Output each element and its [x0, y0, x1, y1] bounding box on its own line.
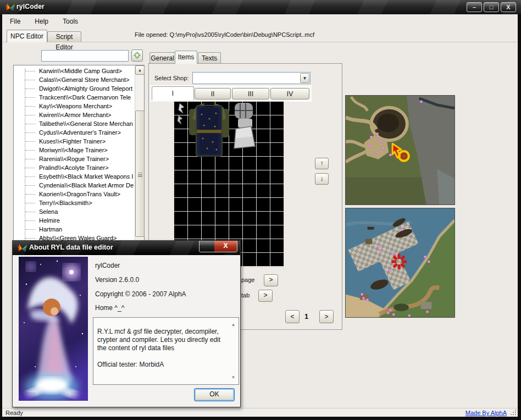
shop-tab-1[interactable]: I: [152, 86, 194, 100]
menu-item[interactable]: File: [8, 16, 23, 26]
about-titlebar-decoration: [199, 241, 214, 252]
ok-button[interactable]: OK: [194, 388, 235, 401]
made-by-link[interactable]: Made By AlphA: [465, 410, 507, 416]
about-close-group: X: [199, 241, 237, 252]
scroll-up-button[interactable]: ▲: [135, 65, 145, 75]
about-dialog: About RYL data file editor X: [12, 240, 241, 407]
tab-action-label-fragment: tab: [241, 292, 250, 299]
npc-search-input[interactable]: [41, 50, 129, 62]
statusbar: Ready Made By AlphA: [2, 408, 518, 417]
shop-tab-2[interactable]: II: [195, 88, 231, 100]
combo-dropdown-icon[interactable]: ▼: [300, 73, 309, 83]
about-close-button[interactable]: X: [214, 241, 237, 252]
about-dialog-title: About RYL data file editor: [29, 244, 113, 251]
status-text: Ready: [5, 410, 23, 416]
desc-scroll-up-icon[interactable]: ▲: [230, 320, 236, 329]
npc-tree-item[interactable]: Pralind\\<Acolyte Trainer>: [14, 163, 135, 172]
minimize-button[interactable]: –: [467, 2, 482, 12]
app-window: rylCoder – □ X FileHelpTools NPC Editor …: [0, 0, 521, 420]
npc-tree-item[interactable]: Trackcent\\<Dark Caernarvon Tele: [14, 93, 135, 102]
npc-tree-item[interactable]: Kwiren\\<Armor Merchant>: [14, 110, 135, 119]
tab-texts[interactable]: Texts: [198, 52, 221, 64]
next-page-button[interactable]: >: [319, 310, 334, 323]
page-action-button[interactable]: >: [264, 274, 278, 286]
menu-item[interactable]: Tools: [60, 16, 80, 26]
npc-tree-item[interactable]: Cyndenia\\<Black Market Armor De: [14, 181, 135, 190]
maximize-button[interactable]: □: [484, 2, 499, 12]
move-down-button[interactable]: ↓: [315, 173, 329, 185]
npc-tree-item[interactable]: Terry\\<Blacksmith>: [14, 198, 135, 207]
npc-tree-item[interactable]: Calas\\<General Store Merchant>: [14, 75, 135, 84]
item-gauntlet-image[interactable]: [231, 102, 259, 150]
menubar: FileHelpTools: [8, 16, 80, 26]
item-armor-image[interactable]: [187, 102, 231, 157]
tab-items[interactable]: Items: [175, 51, 197, 64]
window-title: rylCoder: [16, 3, 45, 10]
npc-tree-item[interactable]: Moriwyn\\<Mage Trainer>: [14, 146, 135, 154]
app-logo-icon: [5, 3, 15, 12]
prev-page-button[interactable]: <: [285, 310, 300, 323]
about-home-link[interactable]: Home ^_^: [95, 304, 124, 312]
tab-script-editor[interactable]: Script Editor: [47, 31, 81, 42]
map-harbor-image[interactable]: [345, 208, 455, 318]
resize-grip-icon[interactable]: [511, 410, 516, 415]
close-button[interactable]: X: [501, 2, 516, 12]
npc-tree-item[interactable]: Dwigot\\<Almighty Ground Teleport: [14, 84, 135, 93]
scrollbar-thumb[interactable]: [135, 110, 145, 237]
npc-tree-item[interactable]: Rarenia\\<Rogue Trainer>: [14, 154, 135, 163]
tab-npc-editor[interactable]: NPC Editor: [7, 30, 47, 42]
npc-tree-item[interactable]: Esybeth\\<Black Market Weapons I: [14, 172, 135, 181]
tab-divider: [3, 42, 517, 42]
npc-tree-list: Karwin\\<Middle Camp Guard>Calas\\<Gener…: [14, 67, 135, 242]
npc-tree-item[interactable]: Kay\\<Weapons Merchant>: [14, 102, 135, 110]
item-charm-image[interactable]: [174, 102, 187, 129]
about-app-name: rylCoder: [95, 262, 120, 269]
map-overview-image[interactable]: [345, 95, 455, 205]
locate-npc-button[interactable]: [131, 49, 143, 62]
file-opened-label: File opened: Q:\myProj\vs2005\rylCoder\b…: [135, 31, 314, 38]
about-copyright: Copyright © 2006 - 2007 AlphA: [95, 290, 186, 298]
menu-item[interactable]: Help: [32, 16, 51, 26]
shop-tab-4[interactable]: IV: [270, 88, 309, 100]
desc-scroll-down-icon[interactable]: ▼: [230, 373, 236, 382]
npc-tree-item[interactable]: Cydus\\<Adventurer's Trainer>: [14, 128, 135, 137]
tab-general[interactable]: General: [149, 52, 175, 64]
about-artwork-image: [19, 257, 88, 401]
npc-tree-item[interactable]: Karwin\\<Middle Camp Guard>: [14, 67, 135, 75]
about-description-text: R.Y.L mcf & gsf file decrypter, decompil…: [97, 328, 220, 368]
select-shop-label: Select Shop:: [154, 75, 189, 81]
npc-tree-item[interactable]: Helmire: [14, 216, 135, 225]
about-description-box[interactable]: R.Y.L mcf & gsf file decrypter, decompil…: [93, 317, 239, 385]
npc-tree-item[interactable]: Hartman: [14, 225, 135, 234]
npc-tree-item[interactable]: Kuses\\<Fighter Trainer>: [14, 137, 135, 146]
app-logo-icon: [17, 244, 27, 253]
titlebar: [0, 0, 521, 14]
tab-action-button[interactable]: >: [258, 290, 273, 302]
shop-tab-3[interactable]: III: [232, 88, 269, 100]
page-action-label-fragment: page: [241, 277, 254, 283]
npc-tree-item[interactable]: Talibethe\\<General Store Merchan: [14, 119, 135, 128]
page-number: 1: [304, 312, 308, 320]
npc-tree-item[interactable]: Kaorien\\<DragonTrans Vault>: [14, 190, 135, 198]
shop-combobox[interactable]: ▼: [192, 72, 311, 84]
npc-tree-item[interactable]: Selena: [14, 207, 135, 216]
crosshair-icon: [134, 52, 141, 59]
move-up-button[interactable]: ↑: [315, 158, 329, 169]
about-version: Version 2.6.0.0: [95, 276, 139, 284]
